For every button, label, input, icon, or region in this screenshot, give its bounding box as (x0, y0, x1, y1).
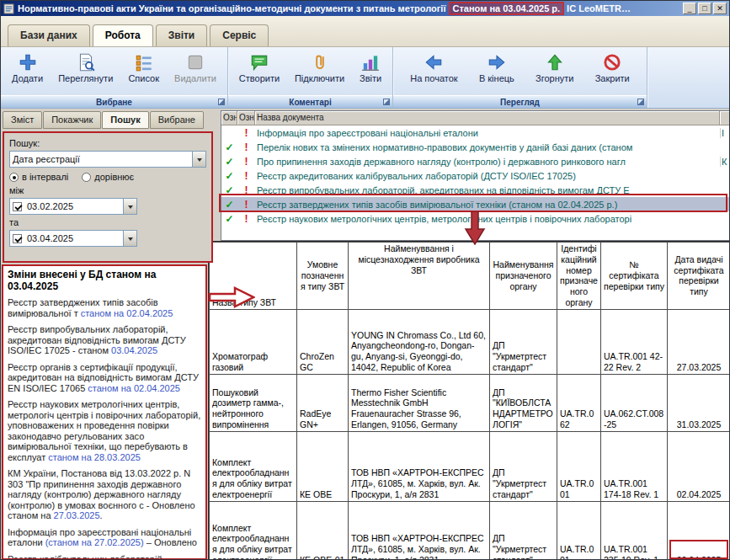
registry-cell[interactable]: Пошуковий дозиметр гамма-, нейтронного в… (210, 374, 297, 431)
tab-zvity[interactable]: Звіти (156, 24, 207, 46)
minimize-button[interactable]: _ (683, 3, 696, 14)
radio-equals[interactable]: дорівнює (82, 172, 134, 182)
go-last-button[interactable]: В кінець (473, 49, 520, 86)
close-view-button[interactable]: Закрити (589, 49, 636, 86)
registry-cell[interactable]: 31.03.2025 (668, 374, 730, 431)
registry-cell[interactable]: UA.TR.001 235-19 Rev. 1 (601, 501, 668, 560)
group-launcher-icon[interactable] (218, 99, 225, 105)
create-comment-button[interactable]: Створити (233, 49, 285, 86)
radio-interval[interactable]: в інтервалі (9, 172, 68, 182)
go-first-button[interactable]: На початок (404, 49, 463, 86)
column-header-check[interactable]: Озн (221, 111, 237, 125)
reports-button[interactable]: Звіти (354, 49, 387, 86)
table-row[interactable]: ✓ ! Перелік нових та змінених нормативно… (221, 140, 730, 154)
registry-cell[interactable]: UA.TR.001 42-22 Rev. 2 (601, 309, 668, 374)
registry-cell[interactable]: ДП "Укрметртест стандарт" (490, 309, 557, 374)
date-to-value: 03.04.2025 (24, 233, 123, 243)
change-entry[interactable]: Реєстр затверджених типів засобів вимірю… (8, 297, 201, 318)
search-field-select[interactable]: Дата реєстрації (9, 151, 206, 168)
registry-cell[interactable]: ДП "Укрметртест стандарт" (490, 431, 557, 501)
tab-poshuk[interactable]: Пошук (102, 111, 148, 129)
tab-robota[interactable]: Робота (93, 24, 153, 46)
date-to-field[interactable]: 03.04.2025 (9, 230, 137, 247)
registry-cell[interactable]: ДП "Укрметртест стандарт" (490, 501, 557, 560)
add-button[interactable]: Додати (6, 49, 49, 86)
list-button[interactable]: Список (122, 49, 165, 86)
tab-servis[interactable]: Сервіс (210, 24, 269, 46)
delete-icon (185, 52, 205, 72)
change-date-link[interactable]: 27.03.2025 (54, 510, 100, 520)
group-caption-comments: Коментарі (228, 95, 392, 108)
change-date-link[interactable]: 03.04.2025 (111, 345, 157, 355)
maximize-button[interactable]: □ (698, 3, 711, 14)
registry-cell[interactable]: Комплект електрообладнання для обліку ви… (210, 431, 297, 501)
view-button[interactable]: Переглянути (52, 49, 119, 86)
tab-pokazhchyk[interactable]: Покажчик (43, 111, 101, 129)
close-button[interactable]: ✕ (713, 3, 727, 14)
change-date-link[interactable]: станом на 02.04.2025 (81, 308, 173, 318)
registry-cell[interactable]: UA.TR.001 (557, 501, 601, 560)
tab-vybrane[interactable]: Вибране (150, 111, 204, 129)
change-date-link[interactable]: (станом на 27.02.2025) (45, 537, 144, 547)
registry-cell[interactable]: UA.TR.062 (557, 374, 601, 431)
registry-cell[interactable]: Thermo Fisher Scientific Messtechnik Gmb… (349, 374, 490, 431)
group-caption-favorites: Вибране (1, 95, 227, 108)
chevron-down-icon[interactable] (192, 152, 205, 167)
registry-cell[interactable]: ТОВ НВП «ХАРТРОН-ЕКСПРЕС ЛТД», 61085, м.… (349, 431, 490, 501)
group-launcher-icon[interactable] (383, 99, 390, 105)
tab-zmist[interactable]: Зміст (3, 111, 42, 129)
change-date-link[interactable]: станом на 28.03.2025 (48, 452, 141, 462)
change-entry[interactable]: Реєстр калібрувальних лабораторій, акред… (8, 554, 201, 560)
table-row[interactable]: ✓ ! Реєстр акредитованих калібрувальних … (221, 168, 730, 183)
registry-cell[interactable]: Комплект електрообладнання для обліку ви… (210, 501, 297, 560)
table-row[interactable]: ! Інформація про зареєстровані національ… (221, 125, 730, 140)
group-launcher-icon[interactable] (637, 99, 644, 105)
change-entry[interactable]: Реєстр випробувальних лабораторій, акред… (8, 324, 201, 356)
toolbar-group-view: На початок В кінець Згорнути Закрити Пер… (393, 47, 647, 108)
chevron-down-icon[interactable] (123, 199, 136, 214)
toolbar-group-favorites: Додати Переглянути Список Видалити Вибра… (1, 47, 228, 108)
check-icon: ✓ (221, 199, 237, 211)
attach-button[interactable]: Підключити (289, 49, 350, 86)
checkbox-icon[interactable] (13, 202, 22, 211)
close-circle-icon (602, 52, 622, 72)
column-header-alert[interactable]: Озн (237, 111, 255, 125)
registry-cell[interactable]: 27.03.2025 (668, 309, 730, 374)
table-row[interactable]: ✓ ! Реєстр наукових метрологічних центрі… (221, 211, 730, 226)
registry-row[interactable]: Хроматограф газовий ChroZen GC YOUNG IN … (210, 309, 730, 374)
registry-cell[interactable]: 02.04.2025 (668, 431, 730, 501)
tab-bazy-danykh[interactable]: Бази даних (8, 24, 90, 46)
registry-cell[interactable]: КЕ ОВЕ (297, 431, 349, 501)
registry-cell[interactable]: UA.TR.001 174-18 Rev. 1 (601, 431, 668, 501)
checkbox-icon[interactable] (13, 234, 22, 243)
registry-cell[interactable]: UA.062.CT.008-25 (601, 374, 668, 431)
registry-cell[interactable]: ТОВ НВП «ХАРТРОН-ЕКСПРЕС ЛТД», 61085, м.… (349, 501, 490, 560)
registry-cell[interactable]: YOUNG IN Chromass Co., Ltd 60, Anyangche… (349, 309, 490, 374)
change-entry[interactable]: КМ України, Постанова від 13.03.2022 р. … (8, 468, 201, 521)
registry-cell[interactable]: UA.TR.001 (557, 431, 601, 501)
registry-row[interactable]: Комплект електрообладнання для обліку ви… (210, 501, 730, 560)
column-header-name[interactable]: Назва документа (255, 111, 720, 125)
registry-cell[interactable]: Хроматограф газовий (210, 309, 297, 374)
registry-cell[interactable] (557, 309, 601, 374)
registry-header-cell: Дата видачі сертифіката перевірки типу (668, 243, 730, 310)
search-label: Пошук: (9, 138, 206, 148)
date-from-field[interactable]: 03.02.2025 (9, 198, 137, 215)
change-entry[interactable]: Реєстр наукових метрологічних центрів, м… (8, 399, 201, 462)
collapse-button[interactable]: Згорнути (530, 49, 579, 86)
table-row[interactable]: ✓ ! Про припинення заходів державного на… (221, 154, 730, 168)
registry-cell[interactable]: RadEye GN+ (297, 374, 349, 431)
registry-cell[interactable]: ChroZen GC (297, 309, 349, 374)
registry-cell-highlighted[interactable]: 02.04.2025 (668, 501, 730, 560)
table-row-selected[interactable]: ✓ ! Реєстр затверджених типів засобів ви… (221, 197, 730, 211)
registry-cell[interactable]: КЕ ОВЕ-01 (297, 501, 349, 560)
registry-row[interactable]: Комплект електрообладнання для обліку ви… (210, 431, 730, 501)
chevron-down-icon[interactable] (123, 231, 136, 246)
table-row[interactable]: ✓ ! Реєстр випробувальних лабораторій, а… (221, 183, 730, 197)
change-entry[interactable]: Реєстр органів з сертифікації продукції,… (8, 362, 201, 394)
registry-cell[interactable]: ДП "КИЇВОБЛСТАНДАРТМЕТРОЛОГІЯ" (490, 374, 557, 431)
change-date-link[interactable]: станом на 02.04.2025 (88, 383, 180, 393)
registry-row[interactable]: Пошуковий дозиметр гамма-, нейтронного в… (210, 374, 730, 431)
group-caption-view: Перегляд (393, 95, 647, 108)
change-entry[interactable]: Інформація про зареєстровані національні… (8, 527, 201, 548)
